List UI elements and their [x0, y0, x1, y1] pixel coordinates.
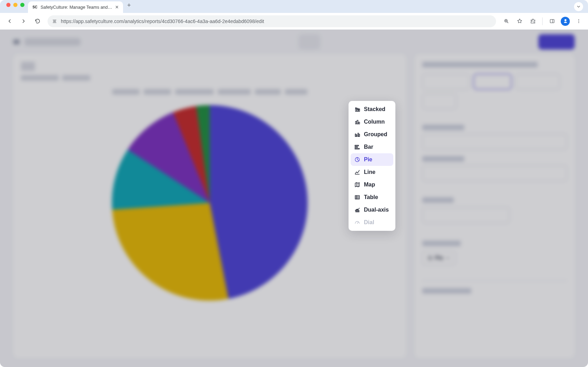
svg-rect-20 [355, 147, 358, 147]
reload-button[interactable] [31, 15, 43, 27]
chart-type-option-stacked[interactable]: Stacked [351, 103, 393, 116]
panel-tab-1[interactable] [422, 74, 470, 90]
svg-rect-23 [355, 196, 359, 199]
chart-type-option-line[interactable]: Line [351, 166, 393, 178]
panel-tab-2[interactable] [473, 74, 512, 90]
svg-rect-12 [356, 122, 357, 124]
svg-rect-13 [357, 120, 358, 124]
profile-button[interactable] [559, 15, 571, 27]
bookmark-button[interactable] [514, 15, 525, 27]
settings-panel: Pie [415, 54, 575, 358]
menu-item-label: Grouped [364, 131, 387, 138]
arrow-right-icon [21, 18, 27, 24]
star-icon [517, 18, 523, 24]
window-zoom-dot[interactable] [20, 3, 24, 7]
menu-item-label: Bar [364, 144, 373, 150]
reload-icon [35, 18, 41, 24]
chart-type-option-bar[interactable]: Bar [351, 141, 393, 153]
pie-chart-icon [354, 156, 360, 163]
svg-rect-17 [358, 133, 359, 137]
menu-item-label: Dial [364, 219, 374, 226]
window-minimize-dot[interactable] [13, 3, 17, 7]
chart-type-chip-label: Pie [435, 255, 443, 261]
bar-chart-icon [354, 144, 360, 150]
svg-rect-11 [359, 109, 360, 110]
side-panel-icon [549, 18, 555, 24]
back-button[interactable] [3, 15, 15, 27]
chart-type-option-map[interactable]: Map [351, 178, 393, 191]
browser-tab[interactable]: SC SafetyCulture: Manage Teams and… ✕ [28, 1, 123, 13]
zoom-icon [503, 18, 509, 24]
line-chart-icon [354, 169, 360, 175]
panel-tab-4[interactable] [422, 93, 457, 109]
settings-field-3[interactable] [422, 207, 510, 223]
page-title [24, 38, 80, 46]
svg-rect-1 [550, 20, 554, 23]
pie-chart-icon [427, 255, 433, 261]
address-bar[interactable]: https://app.safetyculture.com/analytics/… [48, 15, 496, 27]
chart-card [13, 54, 406, 358]
dial-icon [354, 219, 360, 226]
secondary-action-button[interactable] [299, 34, 320, 50]
chart-type-option-pie[interactable]: Pie [351, 153, 393, 166]
chart-type-option-grouped[interactable]: Grouped [351, 128, 393, 141]
field-label-chart-type [422, 241, 461, 246]
chart-label-skeleton [21, 62, 35, 71]
primary-action-button[interactable] [538, 34, 575, 50]
map-icon [354, 182, 360, 188]
svg-rect-7 [356, 108, 357, 109]
menu-icon[interactable] [13, 39, 20, 44]
zoom-button[interactable] [500, 15, 512, 27]
chart-type-option-dial: Dial [351, 216, 393, 229]
menu-item-label: Table [364, 194, 378, 200]
close-icon[interactable]: ✕ [115, 5, 119, 10]
app-content-dimmed: Pie [0, 30, 588, 358]
more-vertical-icon [576, 18, 582, 24]
window-close-dot[interactable] [6, 3, 10, 7]
toolbar-divider [542, 17, 543, 25]
browser-toolbar: https://app.safetyculture.com/analytics/… [0, 13, 588, 30]
stacked-bar-icon [354, 106, 360, 112]
chevron-down-icon [445, 256, 450, 260]
tab-title: SafetyCulture: Manage Teams and… [41, 5, 112, 10]
kebab-menu-button[interactable] [573, 15, 585, 27]
chart-type-option-table[interactable]: Table [351, 191, 393, 204]
extensions-button[interactable] [527, 15, 539, 27]
puzzle-icon [530, 18, 536, 24]
svg-point-4 [578, 22, 579, 23]
chart-type-option-dual-axis[interactable]: Dual-axis [351, 204, 393, 216]
panel-tab-3[interactable] [515, 74, 560, 90]
svg-point-2 [578, 19, 579, 20]
chart-type-chip[interactable]: Pie [422, 251, 455, 265]
site-settings-icon[interactable] [52, 19, 57, 24]
settings-field-2[interactable] [422, 165, 567, 181]
chart-type-option-column[interactable]: Column [351, 116, 393, 128]
column-chart-icon [354, 119, 360, 125]
field-label-1 [422, 125, 464, 130]
menu-item-label: Line [364, 169, 375, 175]
menu-item-label: Column [364, 119, 385, 125]
app-topbar [0, 30, 588, 54]
chart-legend [21, 89, 399, 95]
side-panel-button[interactable] [546, 15, 558, 27]
settings-field-1[interactable] [422, 134, 567, 150]
svg-rect-18 [359, 134, 360, 137]
profile-avatar-icon [561, 17, 570, 26]
favicon-icon: SC [32, 5, 38, 10]
forward-button[interactable] [17, 15, 29, 27]
field-label-3 [422, 197, 454, 203]
chart-type-dropdown: Stacked Column Grouped Bar Pie Line Map [349, 101, 395, 231]
grouped-bar-icon [354, 131, 360, 138]
svg-rect-15 [355, 134, 356, 137]
browser-tab-strip: SC SafetyCulture: Manage Teams and… ✕ + [0, 0, 588, 13]
table-icon [354, 194, 360, 200]
dual-axis-icon [354, 207, 360, 213]
menu-item-label: Map [364, 182, 375, 188]
svg-rect-6 [356, 109, 357, 112]
new-tab-button[interactable]: + [123, 2, 135, 11]
tabs-expand[interactable] [574, 2, 583, 11]
chevron-down-icon [576, 4, 581, 9]
panel-footer-label [422, 288, 471, 294]
panel-heading [422, 62, 538, 67]
chart-subheader [21, 75, 399, 81]
